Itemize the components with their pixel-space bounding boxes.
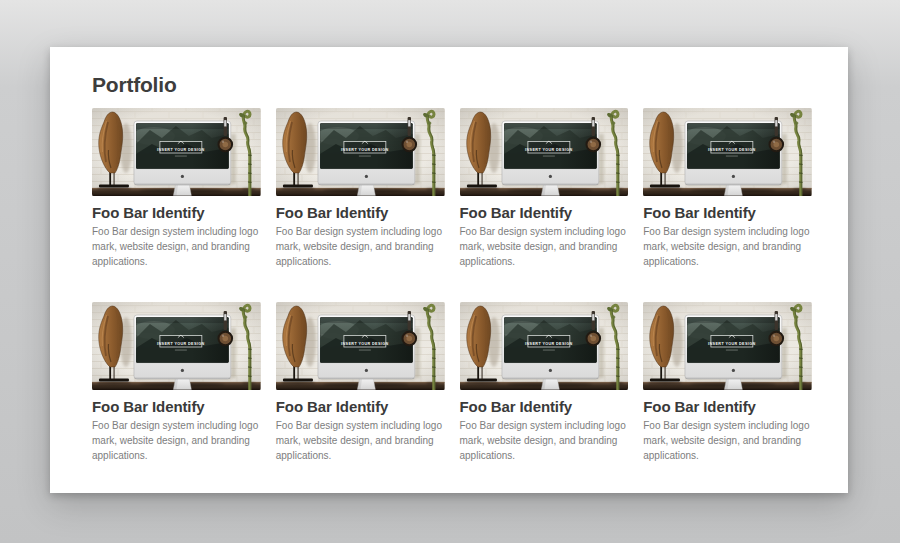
portfolio-thumbnail[interactable] xyxy=(276,302,445,390)
portfolio-item[interactable]: Foo Bar Identify Foo Bar design system i… xyxy=(643,108,812,269)
portfolio-item-title: Foo Bar Identify xyxy=(643,204,812,221)
portfolio-thumbnail[interactable] xyxy=(276,108,445,196)
portfolio-thumbnail[interactable] xyxy=(92,302,261,390)
imac-desk-photo-icon xyxy=(460,108,629,196)
portfolio-item[interactable]: Foo Bar Identify Foo Bar design system i… xyxy=(460,302,629,463)
imac-desk-photo-icon xyxy=(460,302,629,390)
portfolio-item-title: Foo Bar Identify xyxy=(460,398,629,415)
portfolio-item-description: Foo Bar design system including logo mar… xyxy=(643,224,812,269)
imac-desk-photo-icon xyxy=(643,108,812,196)
portfolio-thumbnail[interactable] xyxy=(643,302,812,390)
portfolio-item-title: Foo Bar Identify xyxy=(460,204,629,221)
page-background: { "page": { "heading": "Portfolio", "col… xyxy=(0,0,900,543)
page-title: Portfolio xyxy=(92,73,812,97)
portfolio-thumbnail[interactable] xyxy=(92,108,261,196)
portfolio-item-description: Foo Bar design system including logo mar… xyxy=(460,418,629,463)
portfolio-item-description: Foo Bar design system including logo mar… xyxy=(276,224,445,269)
portfolio-item[interactable]: Foo Bar Identify Foo Bar design system i… xyxy=(643,302,812,463)
portfolio-item-title: Foo Bar Identify xyxy=(276,398,445,415)
portfolio-item-title: Foo Bar Identify xyxy=(92,398,261,415)
portfolio-item[interactable]: Foo Bar Identify Foo Bar design system i… xyxy=(460,108,629,269)
imac-desk-photo-icon xyxy=(276,302,445,390)
portfolio-item[interactable]: Foo Bar Identify Foo Bar design system i… xyxy=(276,108,445,269)
imac-desk-photo-icon xyxy=(643,302,812,390)
portfolio-item-title: Foo Bar Identify xyxy=(276,204,445,221)
imac-desk-photo-icon xyxy=(276,108,445,196)
portfolio-item[interactable]: Foo Bar Identify Foo Bar design system i… xyxy=(92,302,261,463)
portfolio-thumbnail[interactable] xyxy=(460,302,629,390)
portfolio-grid: Foo Bar Identify Foo Bar design system i… xyxy=(92,108,812,496)
portfolio-item-description: Foo Bar design system including logo mar… xyxy=(92,224,261,269)
portfolio-item[interactable]: Foo Bar Identify Foo Bar design system i… xyxy=(92,108,261,269)
portfolio-item-description: Foo Bar design system including logo mar… xyxy=(460,224,629,269)
portfolio-thumbnail[interactable] xyxy=(460,108,629,196)
portfolio-panel: Portfolio Foo Bar Identify Foo Bar desig… xyxy=(50,47,848,493)
portfolio-item-title: Foo Bar Identify xyxy=(92,204,261,221)
portfolio-item-title: Foo Bar Identify xyxy=(643,398,812,415)
portfolio-item-description: Foo Bar design system including logo mar… xyxy=(643,418,812,463)
portfolio-item-description: Foo Bar design system including logo mar… xyxy=(92,418,261,463)
imac-desk-photo-icon xyxy=(92,302,261,390)
imac-desk-photo-icon xyxy=(92,108,261,196)
portfolio-thumbnail[interactable] xyxy=(643,108,812,196)
portfolio-item-description: Foo Bar design system including logo mar… xyxy=(276,418,445,463)
portfolio-item[interactable]: Foo Bar Identify Foo Bar design system i… xyxy=(276,302,445,463)
